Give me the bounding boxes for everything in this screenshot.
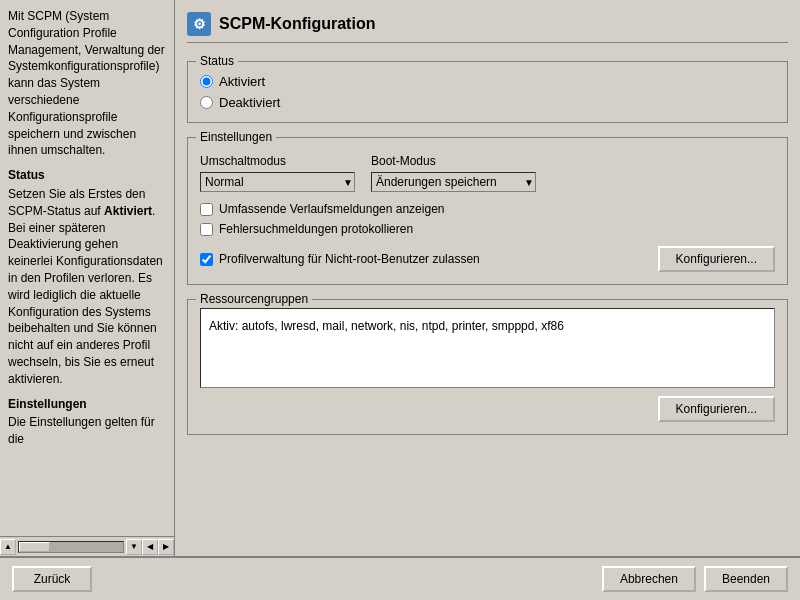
radio-group: Aktiviert Deaktiviert bbox=[200, 74, 775, 110]
footer-left: Zurück bbox=[12, 566, 92, 592]
checkbox3-text: Profilverwaltung für Nicht-root-Benutzer… bbox=[219, 252, 480, 266]
deaktiviert-label: Deaktiviert bbox=[219, 95, 280, 110]
scroll-down-btn[interactable]: ▼ bbox=[126, 539, 142, 555]
boot-modus-wrapper: Änderungen speichern Nicht speichern Fra… bbox=[371, 172, 536, 192]
ressourcen-group: Ressourcengruppen Aktiv: autofs, lwresd,… bbox=[187, 299, 788, 435]
cancel-button[interactable]: Abbrechen bbox=[602, 566, 696, 592]
panel-title: SCPM-Konfiguration bbox=[219, 15, 375, 33]
deaktiviert-radio-label[interactable]: Deaktiviert bbox=[200, 95, 775, 110]
sidebar-status-title: Status bbox=[8, 167, 166, 184]
scroll-left-btn[interactable]: ◀ bbox=[142, 539, 158, 555]
scrollbar-thumb[interactable] bbox=[19, 542, 50, 552]
boot-modus-select[interactable]: Änderungen speichern Nicht speichern Fra… bbox=[371, 172, 536, 192]
umschaltmodus-wrapper: Normal Schnell Benutzerdefiniert ▼ bbox=[200, 172, 355, 192]
einstellungen-group: Einstellungen Umschaltmodus Normal Schne… bbox=[187, 137, 788, 285]
status-group: Status Aktiviert Deaktiviert bbox=[187, 61, 788, 123]
footer-right: Abbrechen Beenden bbox=[602, 566, 788, 592]
scrollbar-track[interactable] bbox=[18, 541, 124, 553]
ressourcen-text-area: Aktiv: autofs, lwresd, mail, network, ni… bbox=[200, 308, 775, 388]
checkbox3-label[interactable]: Profilverwaltung für Nicht-root-Benutzer… bbox=[200, 252, 480, 266]
checkbox1[interactable] bbox=[200, 203, 213, 216]
checkbox1-label[interactable]: Umfassende Verlaufsmeldungen anzeigen bbox=[200, 202, 775, 216]
footer: Zurück Abbrechen Beenden bbox=[0, 556, 800, 600]
konfigurieren-btn-ressourcen[interactable]: Konfigurieren... bbox=[658, 396, 775, 422]
panel-icon: ⚙ bbox=[187, 12, 211, 36]
checkbox2-text: Fehlersuchmeldungen protokollieren bbox=[219, 222, 413, 236]
sidebar-intro: Mit SCPM (System Configuration Profile M… bbox=[8, 8, 166, 159]
checkbox-group: Umfassende Verlaufsmeldungen anzeigen Fe… bbox=[200, 202, 775, 236]
aktiviert-radio[interactable] bbox=[200, 75, 213, 88]
right-panel: ⚙ SCPM-Konfiguration Status Aktiviert De… bbox=[175, 0, 800, 556]
settings-row: Umschaltmodus Normal Schnell Benutzerdef… bbox=[200, 154, 775, 192]
aktiviert-radio-label[interactable]: Aktiviert bbox=[200, 74, 775, 89]
scroll-right-btn[interactable]: ▶ bbox=[158, 539, 174, 555]
finish-button[interactable]: Beenden bbox=[704, 566, 788, 592]
umschaltmodus-label: Umschaltmodus bbox=[200, 154, 355, 168]
settings-bottom-row: Profilverwaltung für Nicht-root-Benutzer… bbox=[200, 246, 775, 272]
checkbox1-text: Umfassende Verlaufsmeldungen anzeigen bbox=[219, 202, 444, 216]
umschaltmodus-group: Umschaltmodus Normal Schnell Benutzerdef… bbox=[200, 154, 355, 192]
einstellungen-group-title: Einstellungen bbox=[196, 130, 276, 144]
boot-modus-group: Boot-Modus Änderungen speichern Nicht sp… bbox=[371, 154, 536, 192]
checkbox2[interactable] bbox=[200, 223, 213, 236]
sidebar-scrollbar: ▲ ▼ ◀ ▶ bbox=[0, 536, 174, 556]
deaktiviert-radio[interactable] bbox=[200, 96, 213, 109]
sidebar-einstellungen-text: Die Einstellungen gelten für die bbox=[8, 414, 166, 448]
umschaltmodus-select[interactable]: Normal Schnell Benutzerdefiniert bbox=[200, 172, 355, 192]
konfigurieren-btn-einstellungen[interactable]: Konfigurieren... bbox=[658, 246, 775, 272]
back-button[interactable]: Zurück bbox=[12, 566, 92, 592]
sidebar: Mit SCPM (System Configuration Profile M… bbox=[0, 0, 175, 556]
checkbox2-label[interactable]: Fehlersuchmeldungen protokollieren bbox=[200, 222, 775, 236]
sidebar-text: Mit SCPM (System Configuration Profile M… bbox=[0, 0, 174, 536]
status-group-title: Status bbox=[196, 54, 238, 68]
boot-modus-label: Boot-Modus bbox=[371, 154, 536, 168]
ressourcen-bottom: Konfigurieren... bbox=[200, 396, 775, 422]
main-dialog: Mit SCPM (System Configuration Profile M… bbox=[0, 0, 800, 600]
sidebar-status-text: Setzen Sie als Erstes den SCPM-Status au… bbox=[8, 186, 166, 388]
sidebar-einstellungen-title: Einstellungen bbox=[8, 396, 166, 413]
scroll-up-btn[interactable]: ▲ bbox=[0, 539, 16, 555]
ressourcen-group-title: Ressourcengruppen bbox=[196, 292, 312, 306]
aktiviert-label: Aktiviert bbox=[219, 74, 265, 89]
checkbox3[interactable] bbox=[200, 253, 213, 266]
aktiv-text: Aktiv: autofs, lwresd, mail, network, ni… bbox=[209, 319, 564, 333]
main-content: Mit SCPM (System Configuration Profile M… bbox=[0, 0, 800, 556]
panel-title-area: ⚙ SCPM-Konfiguration bbox=[187, 12, 788, 43]
